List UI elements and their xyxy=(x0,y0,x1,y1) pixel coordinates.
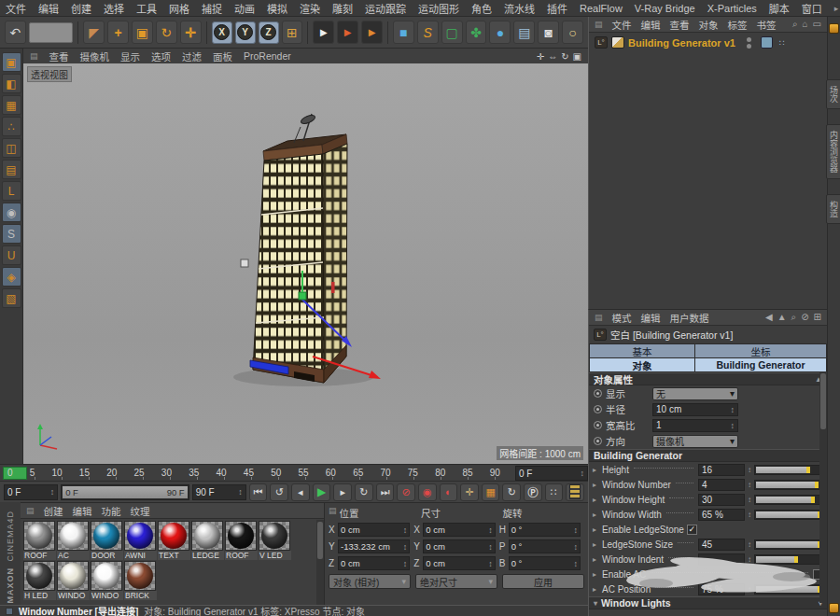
material-thumbnail[interactable] xyxy=(259,521,290,551)
record-keyframe-button[interactable]: ⊘ xyxy=(397,483,415,501)
menu-mograph[interactable]: 运动图形 xyxy=(418,1,459,16)
material-thumbnail[interactable] xyxy=(158,521,189,551)
window-width-slider[interactable] xyxy=(754,510,823,520)
menu-script[interactable]: 脚本 xyxy=(769,1,790,16)
move-tool-icon[interactable]: + xyxy=(107,21,129,44)
stepper-icon[interactable]: ↕ xyxy=(488,525,493,535)
stepper-icon[interactable]: ↕ xyxy=(238,487,243,497)
param-circle-icon[interactable] xyxy=(594,437,602,445)
material-item[interactable]: H LED xyxy=(23,561,56,600)
expand-arrow-icon[interactable]: ▸ xyxy=(593,540,599,549)
orientation-dropdown[interactable]: 摄像机▾ xyxy=(652,435,738,448)
tab-coordinates[interactable]: 坐标 xyxy=(695,344,826,357)
frame-end-field[interactable]: 90 F↕ xyxy=(192,484,246,500)
selection-size-field[interactable] xyxy=(29,22,73,43)
texture-mode-icon[interactable]: ▦ xyxy=(2,95,21,115)
mat-menu-function[interactable]: 功能 xyxy=(102,504,121,518)
size-mode-dropdown[interactable]: 绝对尺寸▾ xyxy=(415,574,497,589)
lock-workplane-icon[interactable]: ▧ xyxy=(2,288,21,308)
size-y-field[interactable]: 0 cm↕ xyxy=(423,539,495,553)
dock-tab-structure[interactable]: 构造 xyxy=(826,194,840,224)
dock-palette-icon[interactable] xyxy=(829,23,839,34)
material-scrollbar[interactable] xyxy=(316,520,324,605)
panel-menu-icon[interactable]: ▤ xyxy=(595,313,603,322)
section-building-generator[interactable]: Building Generator xyxy=(589,449,827,462)
stepper-icon[interactable]: ↕ xyxy=(731,405,735,414)
ledgestone-size-field[interactable]: 45 xyxy=(698,539,745,551)
dock-tab-takes[interactable]: 场次 xyxy=(826,79,840,109)
material-thumbnail[interactable] xyxy=(124,521,156,551)
menu-pipeline[interactable]: 流水线 xyxy=(504,1,535,16)
material-item[interactable]: DOOR xyxy=(91,521,123,560)
menu-mesh[interactable]: 网格 xyxy=(169,1,189,16)
material-item[interactable]: AC xyxy=(57,521,90,560)
stepper-icon[interactable]: ↕ xyxy=(573,542,578,552)
expand-arrow-icon[interactable]: ▸ xyxy=(593,481,599,489)
previous-frame-button[interactable]: ◂ xyxy=(291,483,310,501)
expand-arrow-icon[interactable]: ▸ xyxy=(593,511,599,519)
workplane-icon[interactable]: ◈ xyxy=(2,267,21,287)
material-thumbnail[interactable] xyxy=(124,561,156,591)
stepper-icon[interactable]: ↕ xyxy=(403,559,408,568)
deformer-button[interactable]: ✤ xyxy=(466,21,487,44)
om-menu-view[interactable]: 查看 xyxy=(670,18,690,32)
material-thumbnail[interactable] xyxy=(23,521,55,551)
autokey-button[interactable]: ◉ xyxy=(418,483,437,501)
menu-file[interactable]: 文件 xyxy=(6,1,26,16)
material-thumbnail[interactable] xyxy=(91,521,122,551)
search-icon[interactable]: ⌕ xyxy=(792,19,798,30)
camera-button[interactable]: ◙ xyxy=(538,21,559,44)
panel-menu-icon[interactable]: ▤ xyxy=(329,506,337,520)
stepper-icon[interactable]: ↕ xyxy=(748,466,751,474)
material-thumbnail[interactable] xyxy=(57,521,89,551)
expand-arrow-icon[interactable]: ▸ xyxy=(593,525,599,534)
dock-tab-content-browser[interactable]: 内容浏览器 xyxy=(826,124,840,179)
position-z-field[interactable]: 0 cm↕ xyxy=(338,556,410,570)
material-item[interactable]: V LED xyxy=(259,521,291,560)
ac-position-slider[interactable] xyxy=(754,584,823,595)
param-circle-icon[interactable] xyxy=(594,421,602,429)
cursor-mode-icon[interactable]: ▲ xyxy=(777,312,787,323)
ledgestone-size-slider[interactable] xyxy=(754,539,823,550)
position-x-field[interactable]: 0 cm↕ xyxy=(338,523,410,537)
building-3d-render[interactable] xyxy=(23,49,588,464)
loop-playback-button[interactable]: ↻ xyxy=(355,483,373,501)
magnet-tool-icon[interactable]: U xyxy=(2,245,21,265)
axis-mode-icon[interactable]: L xyxy=(2,181,21,201)
radius-field[interactable]: 10 cm↕ xyxy=(652,403,738,416)
material-thumbnail[interactable] xyxy=(225,521,257,551)
height-slider[interactable] xyxy=(754,465,823,475)
stepper-icon[interactable]: ↕ xyxy=(748,496,751,504)
frame-start-field[interactable]: 0 F↕ xyxy=(4,484,58,500)
stepper-icon[interactable]: ↕ xyxy=(581,469,585,478)
am-menu-edit[interactable]: 编辑 xyxy=(641,311,661,325)
rotation-b-field[interactable]: 0 °↕ xyxy=(509,556,581,570)
subdivision-surface-button[interactable]: ▢ xyxy=(441,21,463,44)
rotate-tool-icon[interactable]: ↻ xyxy=(156,21,177,44)
display-tag-icon[interactable]: ∷ xyxy=(779,38,786,48)
menu-realflow[interactable]: RealFlow xyxy=(580,3,623,14)
am-menu-mode[interactable]: 模式 xyxy=(612,311,632,325)
stepper-icon[interactable]: ↕ xyxy=(748,511,751,519)
material-item[interactable]: BRICK xyxy=(124,561,157,600)
tab-object[interactable]: 对象 xyxy=(590,358,694,371)
attribute-scrollbar[interactable] xyxy=(819,371,827,603)
material-item[interactable]: WINDO xyxy=(57,561,90,600)
render-view-button[interactable]: ▶ xyxy=(313,21,334,44)
object-tree-row[interactable]: L° Building Generator v1 ∷ xyxy=(589,33,827,52)
param-circle-icon[interactable] xyxy=(594,389,602,398)
om-menu-edit[interactable]: 编辑 xyxy=(641,18,661,32)
menu-snap[interactable]: 捕捉 xyxy=(202,1,222,16)
point-level-animation-icon[interactable]: ∷ xyxy=(545,483,564,501)
size-z-field[interactable]: 0 cm↕ xyxy=(423,556,495,570)
apply-button[interactable]: 应用 xyxy=(502,574,584,589)
param-circle-icon[interactable] xyxy=(594,405,602,413)
menu-motion-tracker[interactable]: 运动跟踪 xyxy=(365,1,406,16)
coordinate-system-icon[interactable]: ⊞ xyxy=(282,21,303,44)
stepper-icon[interactable]: ↕ xyxy=(748,555,751,564)
z-axis-lock-button[interactable]: Z xyxy=(259,21,279,44)
rotation-h-field[interactable]: 0 °↕ xyxy=(509,523,581,537)
keyframe-selection-button[interactable]: ◐ xyxy=(440,483,458,501)
menu-tools[interactable]: 工具 xyxy=(136,1,157,16)
expand-arrow-icon[interactable]: ▸ xyxy=(593,570,599,579)
